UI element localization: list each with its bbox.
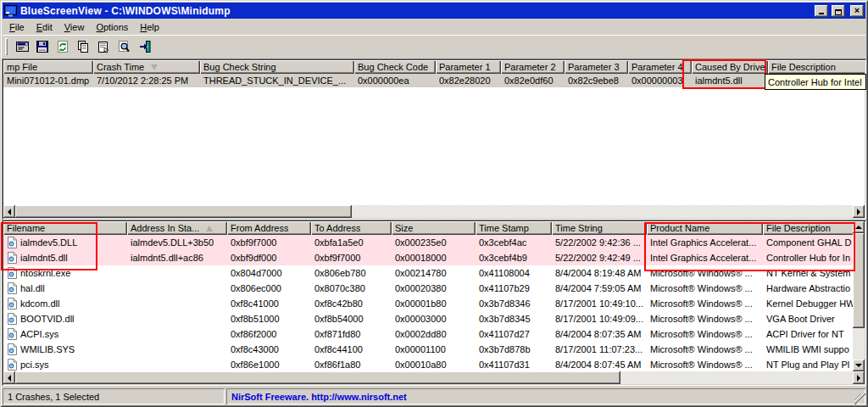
scroll-thumb[interactable] xyxy=(853,233,865,328)
table-row[interactable]: ialmdev5.DLLialmdev5.DLL+3b500xbf9f70000… xyxy=(3,235,865,250)
h-scrollbar-lower[interactable] xyxy=(3,371,865,384)
table-row[interactable]: pci.sys0xf86e10000xf86f1a800x00010a800x4… xyxy=(3,357,865,372)
column-header[interactable]: Bug Check Code xyxy=(354,60,436,74)
column-header[interactable]: mp File xyxy=(3,60,93,74)
table-cell: 0x82c9ebe8 xyxy=(565,74,628,87)
table-row[interactable]: ntoskrnl.exe0x804d70000x806eb7800x002147… xyxy=(3,265,865,281)
nirsoft-link: NirSoft Freeware. http://www.nirsoft.net xyxy=(231,392,407,402)
column-header[interactable]: Parameter 2 xyxy=(501,60,565,74)
table-cell: 0x82e28020 xyxy=(436,74,501,87)
table-cell: 0x41107d31 xyxy=(476,357,552,372)
dll-file-icon xyxy=(7,359,17,371)
dll-file-icon xyxy=(7,328,17,340)
menu-help[interactable]: Help xyxy=(134,20,165,34)
close-button[interactable]: × xyxy=(850,5,864,17)
table-row[interactable]: hal.dll0x806ec0000x8070c3800x000203800x4… xyxy=(3,281,865,296)
table-row[interactable]: ialmdnt5.dllialmdnt5.dll+ac860xbf9df0000… xyxy=(3,250,865,265)
scroll-up-button[interactable] xyxy=(853,221,865,233)
column-header[interactable]: Bug Check String xyxy=(200,60,354,74)
column-header[interactable]: Parameter 4 xyxy=(628,60,692,74)
table-cell: 0x3cebf4b9 xyxy=(476,250,552,265)
scroll-left-button[interactable] xyxy=(3,371,15,384)
modules-list-header: FilenameAddress In Sta...From AddressTo … xyxy=(3,221,865,235)
table-cell: 8/4/2004 7:59:05 AM xyxy=(552,281,647,296)
menu-edit[interactable]: Edit xyxy=(31,20,58,34)
find-button[interactable] xyxy=(114,37,134,57)
maximize-button[interactable] xyxy=(832,5,845,17)
column-header[interactable]: Product Name xyxy=(647,221,763,235)
copy-button[interactable] xyxy=(73,37,93,57)
column-header[interactable]: Caused By Driver xyxy=(692,60,768,74)
table-cell: ialmdnt5.dll+ac86 xyxy=(127,250,227,265)
column-header[interactable]: Parameter 1 xyxy=(436,60,501,74)
column-header[interactable]: Size xyxy=(392,221,476,235)
column-header[interactable]: Time String xyxy=(552,221,647,235)
column-header-label: To Address xyxy=(314,223,360,233)
v-scrollbar-lower[interactable] xyxy=(853,221,865,371)
column-header[interactable]: Address In Sta... xyxy=(127,221,227,235)
table-cell: Microsoft® Windows® ... xyxy=(647,265,763,281)
menu-view[interactable]: View xyxy=(58,20,91,34)
column-header[interactable]: From Address xyxy=(227,221,311,235)
toolbar-gripper[interactable] xyxy=(5,38,8,55)
column-header-label: Address In Sta... xyxy=(131,223,199,233)
find-icon xyxy=(117,40,131,53)
column-header-label: File Description xyxy=(771,62,836,72)
table-cell: Microsoft® Windows® ... xyxy=(647,311,763,326)
sort-desc-icon xyxy=(151,64,158,70)
column-header[interactable]: Parameter 3 xyxy=(565,60,628,74)
column-header[interactable]: To Address xyxy=(311,221,392,235)
table-cell: ialmdev5.DLL xyxy=(3,235,127,250)
table-row[interactable]: ACPI.sys0xf86f20000xf871fd800x0002dd800x… xyxy=(3,326,865,342)
scroll-right-button[interactable] xyxy=(853,371,865,384)
table-row[interactable]: WMILIB.SYS0xf8c430000xf8c441000x00001100… xyxy=(3,342,865,357)
table-cell: 8/4/2004 8:07:35 AM xyxy=(552,326,647,342)
table-row[interactable]: kdcom.dll0xf8c410000xf8c42b800x00001b800… xyxy=(3,296,865,311)
table-row[interactable]: Mini071012-01.dmp7/10/2012 2:28:25 PMTHR… xyxy=(3,74,865,87)
scroll-left-button[interactable] xyxy=(3,205,15,218)
table-cell: 8/17/2001 10:49:10... xyxy=(552,296,647,311)
table-cell: 0xf86f1a80 xyxy=(311,357,392,372)
table-cell: 7/10/2012 2:28:25 PM xyxy=(93,74,200,87)
advanced-options-button[interactable] xyxy=(12,37,32,57)
title-bar[interactable]: BlueScreenView - C:\WINDOWS\Minidump × xyxy=(3,3,865,19)
scroll-down-button[interactable] xyxy=(853,360,865,371)
table-cell xyxy=(127,342,227,357)
column-header[interactable]: File Description xyxy=(768,60,865,74)
table-cell: 0xf871fd80 xyxy=(311,326,392,342)
column-header[interactable]: File Description xyxy=(763,221,860,235)
column-header[interactable]: Filename xyxy=(3,221,127,235)
arrow-right-icon xyxy=(857,375,860,382)
column-header[interactable]: Crash Time xyxy=(93,60,200,74)
table-cell: 0x3b7d8345 xyxy=(476,311,552,326)
column-header-label: Time String xyxy=(555,223,603,233)
properties-button[interactable] xyxy=(93,37,114,57)
table-cell: 0x00018000 xyxy=(392,250,476,265)
exit-button[interactable] xyxy=(134,37,154,57)
table-cell: 8/4/2004 8:19:48 AM xyxy=(552,265,647,281)
scroll-thumb[interactable] xyxy=(15,371,620,384)
table-cell: pci.sys xyxy=(3,357,127,372)
menu-options[interactable]: Options xyxy=(90,20,134,34)
crash-list-pane: mp FileCrash TimeBug Check StringBug Che… xyxy=(2,59,866,220)
refresh-button[interactable] xyxy=(53,37,73,57)
table-cell: 0x000235e0 xyxy=(392,235,476,250)
table-cell: Component GHAL D xyxy=(763,235,860,250)
table-cell: Microsoft® Windows® ... xyxy=(647,326,763,342)
menu-file[interactable]: File xyxy=(3,20,31,34)
resize-grip[interactable] xyxy=(854,393,865,404)
column-header[interactable]: Time Stamp xyxy=(476,221,552,235)
app-window: BlueScreenView - C:\WINDOWS\Minidump × F… xyxy=(0,0,868,407)
table-cell: VGA Boot Driver xyxy=(763,311,860,326)
table-cell: Kernel Debugger HW xyxy=(763,296,860,311)
table-row[interactable]: BOOTVID.dll0xf8b510000xf8b540000x0000300… xyxy=(3,311,865,326)
scroll-right-button[interactable] xyxy=(853,205,865,218)
table-cell: kdcom.dll xyxy=(3,296,127,311)
table-cell: 0x0002dd80 xyxy=(392,326,476,342)
save-button[interactable] xyxy=(32,37,53,57)
h-scrollbar-upper[interactable] xyxy=(3,205,865,218)
minimize-button[interactable] xyxy=(815,5,828,17)
table-cell: 0x41107d27 xyxy=(476,326,552,342)
scroll-thumb[interactable] xyxy=(15,205,352,218)
column-header-label: Parameter 1 xyxy=(439,62,491,72)
